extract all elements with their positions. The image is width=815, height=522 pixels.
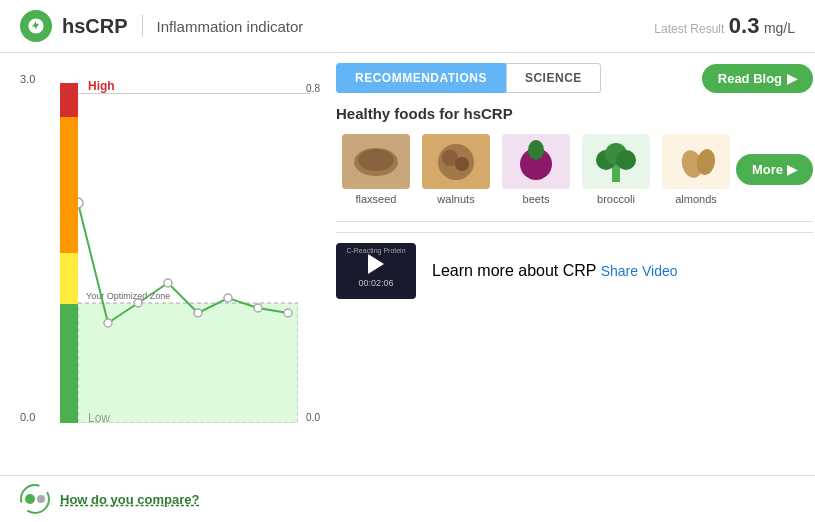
svg-point-7: [224, 294, 232, 302]
food-item-walnuts: walnuts: [416, 134, 496, 205]
section-divider: [336, 221, 813, 222]
svg-point-6: [194, 309, 202, 317]
latest-result-container: Latest Result 0.3 mg/L: [654, 13, 795, 39]
food-item-broccoli: broccoli: [576, 134, 656, 205]
right-panel: RECOMMENDATIONS SCIENCE Read Blog ▶ Heal…: [336, 63, 813, 465]
read-blog-button[interactable]: Read Blog ▶: [702, 64, 813, 93]
latest-value: 0.3: [729, 13, 760, 38]
food-item-almonds: almonds: [656, 134, 736, 205]
latest-unit: mg/L: [764, 20, 795, 36]
food-img-almonds: [662, 134, 730, 189]
svg-point-9: [284, 309, 292, 317]
foods-row: flaxseed walnuts beets: [336, 134, 813, 205]
food-img-walnuts: [422, 134, 490, 189]
food-label-walnuts: walnuts: [437, 193, 474, 205]
header-subtitle: Inflammation indicator: [157, 18, 304, 35]
compare-link[interactable]: How do you compare?: [60, 492, 199, 507]
latest-result-label: Latest Result: [654, 22, 724, 36]
food-img-flaxseed: [342, 134, 410, 189]
svg-point-16: [455, 157, 469, 171]
y-bottom-label: 0.0: [20, 411, 35, 423]
video-duration: 00:02:06: [358, 278, 393, 288]
svg-point-3: [104, 319, 112, 327]
play-icon: [368, 254, 384, 274]
svg-text:Your Optimized Zone: Your Optimized Zone: [86, 291, 170, 301]
right-bottom: 0.0: [306, 412, 320, 423]
food-label-broccoli: broccoli: [597, 193, 635, 205]
video-section: C-Reacting Protein 00:02:06 Learn more a…: [336, 232, 813, 309]
more-arrow-icon: ▶: [787, 162, 797, 177]
tabs-header: RECOMMENDATIONS SCIENCE Read Blog ▶: [336, 63, 813, 93]
svg-point-29: [25, 494, 35, 504]
food-img-beets: [502, 134, 570, 189]
food-label-beets: beets: [523, 193, 550, 205]
app-logo: [20, 10, 52, 42]
food-img-broccoli: [582, 134, 650, 189]
bottom-bar: How do you compare?: [0, 475, 815, 522]
svg-point-2: [78, 198, 83, 208]
chart-panel: 3.0 0.0 High Low 0.8 0.0: [20, 63, 320, 465]
app-title: hsCRP: [62, 15, 128, 38]
svg-point-30: [37, 495, 45, 503]
svg-point-24: [616, 150, 636, 170]
y-top-label: 3.0: [20, 73, 35, 85]
svg-point-12: [358, 149, 394, 171]
video-thumbnail[interactable]: C-Reacting Protein 00:02:06: [336, 243, 416, 299]
food-item-flaxseed: flaxseed: [336, 134, 416, 205]
svg-point-8: [254, 304, 262, 312]
foods-section-title: Healthy foods for hsCRP: [336, 105, 813, 122]
tab-science[interactable]: SCIENCE: [506, 63, 601, 93]
food-label-almonds: almonds: [675, 193, 717, 205]
video-description: Learn more about CRP Share Video: [432, 262, 678, 280]
right-top: 0.8: [306, 83, 320, 94]
tab-recommendations[interactable]: RECOMMENDATIONS: [336, 63, 506, 93]
compare-icon: [20, 484, 50, 514]
svg-point-19: [528, 140, 544, 160]
food-item-beets: beets: [496, 134, 576, 205]
more-button[interactable]: More ▶: [736, 154, 813, 185]
line-chart-svg: Your Optimized Zone: [78, 83, 298, 423]
share-video-link[interactable]: Share Video: [601, 263, 678, 279]
video-title-overlay: C-Reacting Protein: [340, 247, 412, 254]
svg-point-4: [134, 299, 142, 307]
food-label-flaxseed: flaxseed: [356, 193, 397, 205]
svg-point-5: [164, 279, 172, 287]
header-divider: [142, 15, 143, 37]
arrow-icon: ▶: [787, 71, 797, 86]
